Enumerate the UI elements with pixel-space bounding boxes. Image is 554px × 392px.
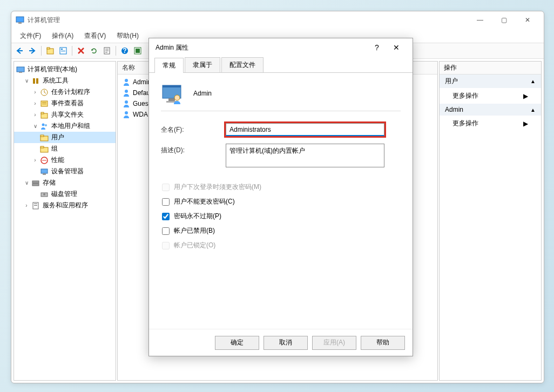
svg-rect-27	[40, 135, 44, 137]
menu-view[interactable]: 查看(V)	[80, 30, 110, 42]
svg-rect-21	[42, 104, 46, 104]
svg-rect-17	[36, 78, 38, 84]
action-group-users[interactable]: 用户▲	[440, 75, 541, 88]
chevron-right-icon: ▶	[523, 120, 528, 127]
svg-rect-33	[32, 181, 39, 183]
help-button[interactable]: 帮助	[361, 336, 405, 350]
refresh-button[interactable]	[88, 45, 100, 57]
minimize-button[interactable]: —	[468, 12, 492, 28]
svg-rect-7	[61, 49, 63, 50]
dialog-help-button[interactable]: ?	[367, 43, 387, 52]
dialog-title: Admin 属性	[156, 43, 367, 52]
tree-perf[interactable]: ›性能	[14, 154, 116, 166]
tree-devmgr[interactable]: 设备管理器	[14, 166, 116, 177]
svg-rect-39	[34, 205, 37, 206]
dialog-tabs: 常规 隶属于 配置文件	[149, 57, 413, 73]
app-icon	[16, 16, 24, 24]
checkbox-never-expire[interactable]: 密码永不过期(P)	[162, 212, 401, 221]
svg-rect-23	[41, 112, 44, 114]
tree-diskmgmt[interactable]: 磁盘管理	[14, 188, 116, 200]
up-button[interactable]	[44, 45, 56, 57]
tree-users[interactable]: 用户	[14, 132, 116, 143]
svg-rect-0	[16, 17, 24, 22]
menu-action[interactable]: 操作(A)	[48, 30, 78, 42]
fullname-input[interactable]	[226, 123, 384, 136]
tree-scheduler[interactable]: ›任务计划程序	[14, 86, 116, 98]
svg-point-24	[42, 123, 45, 126]
svg-rect-32	[43, 173, 46, 175]
tree-groups[interactable]: 组	[14, 143, 116, 154]
delete-button[interactable]	[75, 45, 87, 57]
svg-rect-45	[163, 85, 181, 87]
checkbox-cannot-change[interactable]: 用户不能更改密码(C)	[162, 197, 401, 206]
tab-general[interactable]: 常规	[154, 58, 184, 73]
svg-rect-14	[17, 67, 24, 72]
tab-memberof[interactable]: 隶属于	[185, 57, 220, 72]
back-button[interactable]	[13, 45, 25, 57]
svg-rect-20	[42, 102, 46, 103]
svg-rect-15	[19, 72, 22, 73]
cancel-button[interactable]: 取消	[264, 336, 308, 350]
tree-services[interactable]: ›服务和应用程序	[14, 200, 116, 211]
svg-point-36	[43, 193, 45, 195]
dialog-username: Admin	[193, 90, 212, 97]
action-more-2[interactable]: 更多操作▶	[440, 116, 541, 131]
svg-rect-34	[32, 184, 39, 186]
svg-rect-5	[47, 48, 50, 49]
svg-rect-29	[40, 146, 44, 148]
tree-systools[interactable]: ∨系统工具	[14, 75, 116, 86]
tree-shared[interactable]: ›共享文件夹	[14, 109, 116, 120]
desc-label: 描述(D):	[161, 144, 226, 155]
tab-profile[interactable]: 配置文件	[221, 57, 264, 72]
menu-help[interactable]: 帮助(H)	[112, 30, 143, 42]
svg-rect-3	[29, 50, 35, 51]
svg-rect-13	[136, 49, 140, 53]
checkbox-disabled[interactable]: 帐户已禁用(B)	[162, 226, 401, 235]
svg-rect-8	[61, 51, 65, 51]
svg-rect-38	[34, 204, 37, 204]
maximize-button[interactable]: ▢	[492, 12, 516, 28]
svg-rect-46	[168, 98, 175, 101]
action-more-1[interactable]: 更多操作▶	[440, 88, 541, 104]
menu-file[interactable]: 文件(F)	[16, 30, 45, 42]
apply-button[interactable]: 应用(A)	[312, 336, 356, 350]
svg-rect-31	[41, 169, 48, 173]
action-panel-header: 操作	[440, 62, 541, 75]
export-button[interactable]	[101, 45, 113, 57]
svg-point-43	[125, 111, 128, 114]
svg-rect-16	[33, 78, 35, 84]
user-large-icon	[161, 83, 183, 104]
desc-textarea[interactable]	[226, 144, 384, 167]
tree-eventviewer[interactable]: ›事件查看器	[14, 98, 116, 109]
close-button[interactable]: ✕	[516, 12, 539, 28]
svg-rect-2	[17, 50, 23, 51]
ok-button[interactable]: 确定	[215, 336, 259, 350]
dialog-titlebar: Admin 属性 ? ✕	[149, 38, 413, 57]
view-icon[interactable]	[132, 45, 144, 57]
svg-point-42	[125, 100, 128, 104]
svg-text:?: ?	[123, 47, 126, 55]
tree-root[interactable]: 计算机管理(本地)	[14, 64, 116, 75]
properties-button[interactable]	[57, 45, 69, 57]
svg-point-25	[45, 124, 47, 126]
titlebar: 计算机管理 — ▢ ✕	[11, 11, 544, 29]
svg-point-40	[125, 79, 128, 82]
tree-panel: 计算机管理(本地) ∨系统工具 ›任务计划程序 ›事件查看器 ›共享文件夹 ∨本…	[13, 61, 116, 381]
svg-rect-1	[18, 22, 22, 24]
chevron-up-icon: ▲	[530, 78, 536, 84]
tree-localusers[interactable]: ∨本地用户和组	[14, 120, 116, 132]
help-icon[interactable]: ?	[119, 45, 131, 57]
fullname-label: 全名(F):	[161, 123, 226, 134]
action-group-admin[interactable]: Admin▲	[440, 104, 541, 116]
tree-storage[interactable]: ∨存储	[14, 177, 116, 188]
checkbox-locked: 帐户已锁定(O)	[162, 241, 401, 250]
dialog-close-button[interactable]: ✕	[387, 43, 406, 52]
chevron-up-icon: ▲	[530, 107, 536, 113]
svg-point-48	[174, 95, 180, 100]
window-title: 计算机管理	[28, 16, 468, 25]
forward-button[interactable]	[26, 45, 38, 57]
chevron-right-icon: ▶	[523, 92, 528, 100]
action-panel: 操作 用户▲ 更多操作▶ Admin▲ 更多操作▶	[439, 61, 542, 381]
properties-dialog: Admin 属性 ? ✕ 常规 隶属于 配置文件 Admin 全名(F): 描述…	[148, 38, 413, 356]
svg-point-41	[125, 90, 128, 93]
